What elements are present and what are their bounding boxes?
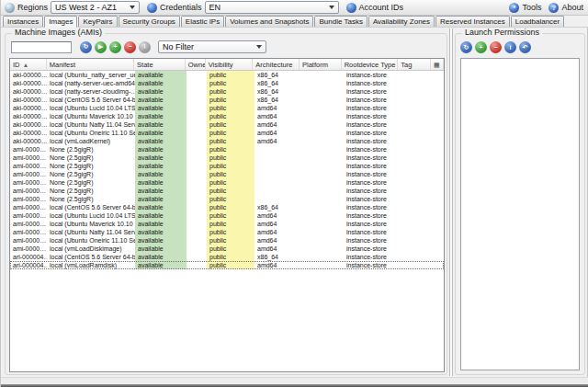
cell-rootdevice_type: instance-store (344, 211, 401, 220)
tab-availability-zones[interactable]: Availability Zones (368, 16, 435, 27)
cell-filler (434, 162, 444, 170)
filter-combobox[interactable]: No Filter (158, 40, 266, 53)
column-header-manifest[interactable]: Manifest (47, 59, 134, 70)
table-row[interactable]: ami-0000…local (Ubuntu Maverick 10.10 …a… (10, 220, 444, 228)
app-window: Regions US West 2 - AZ1 Credentials EN A… (0, 0, 588, 387)
table-row[interactable]: ami-0000…None (2.5gigR)availablepublicin… (10, 170, 444, 178)
remove-image-icon[interactable]: − (124, 41, 136, 53)
cell-owner (187, 129, 207, 137)
cell-architecture: amd64 (254, 236, 301, 245)
refresh-icon[interactable]: ↻ (460, 41, 472, 53)
table-row[interactable]: ami-0000…None (2.5gigR)availablepublicin… (10, 195, 444, 203)
table-row[interactable]: aki-00000…local (Ubuntu_natty_server_uec… (10, 71, 444, 79)
cell-filler (434, 228, 444, 236)
table-row[interactable]: ari-000004…local (CentOS 5.6 Server 64-b… (10, 253, 444, 261)
table-row[interactable]: ami-0000…None (2.5gigR)availablepublicin… (10, 187, 444, 195)
column-header-architecture[interactable]: Architecture (253, 59, 300, 70)
table-row[interactable]: ari-000004…local (vmLoadRamdisk)availabl… (10, 261, 444, 269)
column-header-platform[interactable]: Platform (300, 59, 342, 70)
table-row[interactable]: ami-0000…None (2.5gigR)availablepublicin… (10, 145, 444, 154)
add-image-icon[interactable]: + (109, 41, 121, 53)
column-header-label: Owner (188, 61, 206, 69)
launch-permissions-panel: Launch Permissions ↻+−i↶ (455, 33, 585, 375)
table-row[interactable]: aki-00000…local (Ubuntu Lucid 10.04 LTS … (10, 104, 444, 112)
cell-rootdevice_type: instance-store (344, 236, 401, 245)
tab-security-groups[interactable]: Security Groups (119, 16, 180, 27)
tab-instances[interactable]: Instances (3, 16, 43, 27)
tab-volumes-and-snapshots[interactable]: Volumes and Snapshots (225, 16, 313, 27)
cell-filler (434, 178, 444, 187)
tab-elastic-ips[interactable]: Elastic IPs (181, 16, 224, 27)
tab-reserved-instances[interactable]: Reserved Instances (435, 16, 510, 27)
cell-state: available (135, 79, 187, 87)
launch-icon[interactable]: ▶ (95, 41, 107, 53)
column-chooser-icon[interactable]: ▦ (434, 62, 441, 69)
cell-state: available (135, 178, 187, 187)
cell-rootdevice_type: instance-store (344, 162, 401, 170)
column-header-tag[interactable]: Tag (398, 59, 431, 70)
add-permission-icon[interactable]: + (475, 41, 487, 53)
cell-tag (401, 187, 434, 195)
column-header-label: State (137, 61, 153, 69)
cell-platform (301, 71, 344, 79)
table-row[interactable]: ami-0000…None (2.5gigR)availablepublicin… (10, 154, 444, 162)
refresh-icon[interactable]: ↻ (80, 41, 92, 53)
cell-id: ami-0000… (10, 154, 47, 162)
cell-rootdevice_type: instance-store (344, 145, 401, 154)
table-row[interactable]: aki-00000…local (natty-server-cloudimg-…… (10, 87, 444, 96)
remove-permission-icon[interactable]: − (490, 41, 502, 53)
cell-rootdevice_type: instance-store (344, 120, 401, 129)
panel-splitter[interactable] (448, 28, 454, 376)
undo-icon[interactable]: ↶ (519, 41, 531, 53)
chevron-down-icon (329, 6, 334, 9)
info-icon[interactable]: i (504, 41, 516, 53)
column-header-rootdevice_type[interactable]: Rootdevice Type (342, 59, 399, 70)
account-ids-button[interactable]: Account IDs (346, 3, 404, 13)
table-row[interactable]: aki-00000…local (CentOS 5.6 Server 64-bi… (10, 96, 444, 104)
cell-visibility: public (207, 120, 254, 129)
column-header-visibility[interactable]: Visibility (206, 59, 254, 70)
cell-manifest: None (2.5gigR) (47, 187, 135, 195)
table-row[interactable]: ami-0000…local (vmLoadDiskimage)availabl… (10, 245, 444, 253)
tab-loadbalancer[interactable]: Loadbalancer (511, 16, 564, 27)
cell-filler (434, 195, 444, 203)
tab-keypairs[interactable]: KeyPairs (78, 16, 117, 27)
column-header-owner[interactable]: Owner (186, 59, 206, 70)
table-row[interactable]: aki-00000…local (vmLoadKernel)availablep… (10, 137, 444, 145)
tab-images[interactable]: Images (44, 16, 77, 28)
cell-architecture: amd64 (254, 245, 301, 253)
cell-platform (301, 187, 344, 195)
table-row[interactable]: aki-00000…local (Ubuntu Natty 11.04 Serv… (10, 120, 444, 129)
cell-manifest: local (CentOS 5.6 Server 64-bit… (47, 96, 135, 104)
regions-combobox[interactable]: US West 2 - AZ1 (51, 1, 140, 14)
cell-owner (187, 104, 207, 112)
column-header-id[interactable]: ID (10, 59, 47, 70)
column-header-state[interactable]: State (134, 59, 186, 70)
cell-manifest: local (Ubuntu Natty 11.04 Serv… (47, 120, 135, 129)
table-row[interactable]: ami-0000…local (Ubuntu Lucid 10.04 LTS …… (10, 211, 444, 220)
table-row[interactable]: ami-0000…None (2.5gigR)availablepublicin… (10, 178, 444, 187)
cell-platform (301, 137, 344, 145)
credentials-combobox[interactable]: EN (205, 1, 339, 14)
table-row[interactable]: ami-0000…local (Ubuntu Oneiric 11.10 Se…… (10, 236, 444, 245)
table-row[interactable]: aki-00000…local (Ubuntu Oneiric 11.10 Se… (10, 129, 444, 137)
cell-id: ami-0000… (10, 220, 47, 228)
search-input[interactable] (11, 41, 72, 53)
cell-filler (434, 137, 444, 145)
table-row[interactable]: ami-0000…local (Ubuntu Natty 11.04 Serv…… (10, 228, 444, 236)
cell-visibility: public (207, 154, 254, 162)
table-row[interactable]: ami-0000…local (CentOS 5.6 Server 64-bit… (10, 203, 444, 211)
table-row[interactable]: aki-00000…local (natty-server-uec-amd64…… (10, 79, 444, 87)
permissions-list[interactable] (460, 58, 580, 370)
cell-manifest: None (2.5gigR) (47, 145, 135, 154)
tools-button[interactable]: * Tools (509, 3, 541, 13)
cell-tag (401, 211, 434, 220)
about-button[interactable]: ? About (548, 3, 583, 13)
cell-manifest: None (2.5gigR) (47, 154, 135, 162)
tab-bundle-tasks[interactable]: Bundle Tasks (314, 16, 367, 27)
cell-visibility: public (207, 203, 254, 211)
cell-owner (187, 162, 207, 170)
cell-owner (187, 112, 207, 120)
table-row[interactable]: aki-00000…local (Ubuntu Maverick 10.10 …… (10, 112, 444, 120)
table-row[interactable]: ami-0000…None (2.5gigR)availablepublicin… (10, 162, 444, 170)
